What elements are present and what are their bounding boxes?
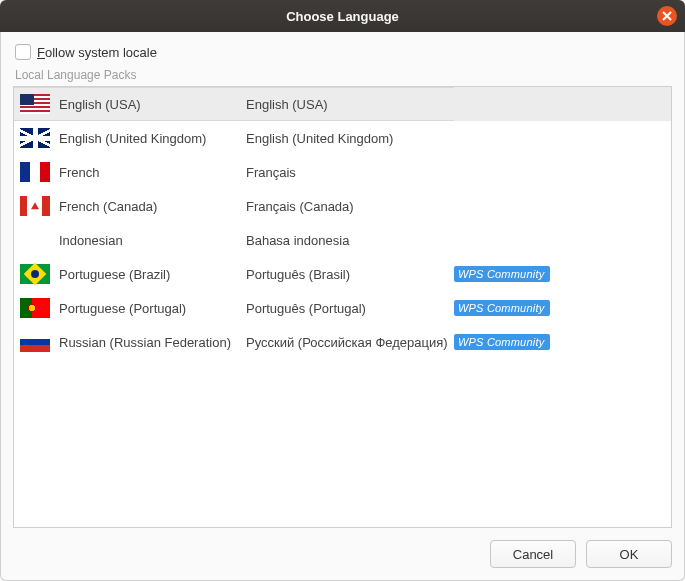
flag-icon: [20, 162, 50, 182]
language-native: English (United Kingdom): [246, 131, 393, 146]
language-native-cell: Français: [242, 155, 454, 189]
language-native: English (USA): [246, 97, 328, 112]
language-name-cell: English (USA): [14, 87, 242, 121]
language-native-cell: Português (Brasil): [242, 257, 454, 291]
cancel-button[interactable]: Cancel: [490, 540, 576, 568]
language-name: Portuguese (Portugal): [59, 301, 186, 316]
language-badge-cell: [454, 223, 671, 257]
titlebar: Choose Language: [0, 0, 685, 32]
language-badge-cell: [454, 189, 671, 223]
language-name-cell: Indonesian: [14, 223, 242, 257]
language-name-cell: Portuguese (Portugal): [14, 291, 242, 325]
section-title: Local Language Packs: [13, 68, 672, 86]
language-name-cell: Russian (Russian Federation): [14, 325, 242, 359]
flag-icon: [20, 298, 50, 318]
language-row[interactable]: French (Canada)Français (Canada): [14, 189, 671, 223]
window-title: Choose Language: [286, 9, 399, 24]
language-name-cell: French: [14, 155, 242, 189]
language-native: Русский (Российская Федерация): [246, 335, 448, 350]
follow-locale-checkbox[interactable]: [15, 44, 31, 60]
flag-icon: [20, 332, 50, 352]
footer: Cancel OK: [13, 528, 672, 568]
language-name-cell: French (Canada): [14, 189, 242, 223]
language-list: English (USA)English (USA)English (Unite…: [13, 86, 672, 528]
language-native-cell: Français (Canada): [242, 189, 454, 223]
language-native-cell: Português (Portugal): [242, 291, 454, 325]
community-badge: WPS Community: [454, 334, 550, 350]
follow-locale-row: Follow system locale: [13, 42, 672, 68]
language-badge-cell: WPS Community: [454, 291, 671, 325]
language-badge-cell: WPS Community: [454, 257, 671, 291]
window-body: Follow system locale Local Language Pack…: [0, 32, 685, 581]
language-native: Português (Portugal): [246, 301, 366, 316]
language-name: Indonesian: [59, 233, 123, 248]
community-badge: WPS Community: [454, 300, 550, 316]
flag-icon: [20, 196, 50, 216]
language-name: Portuguese (Brazil): [59, 267, 170, 282]
language-native-cell: Русский (Российская Федерация): [242, 325, 454, 359]
language-name-cell: English (United Kingdom): [14, 121, 242, 155]
language-row[interactable]: IndonesianBahasa indonesia: [14, 223, 671, 257]
close-button[interactable]: [657, 6, 677, 26]
flag-icon: [20, 94, 50, 114]
language-badge-cell: [454, 121, 671, 155]
language-row[interactable]: FrenchFrançais: [14, 155, 671, 189]
close-icon: [662, 11, 672, 21]
language-name-cell: Portuguese (Brazil): [14, 257, 242, 291]
flag-icon: [20, 128, 50, 148]
language-name: French: [59, 165, 99, 180]
language-native: Bahasa indonesia: [246, 233, 349, 248]
flag-icon: [20, 264, 50, 284]
language-name: English (USA): [59, 97, 141, 112]
language-name: English (United Kingdom): [59, 131, 206, 146]
language-badge-cell: [454, 87, 671, 121]
language-native-cell: English (USA): [242, 87, 454, 121]
follow-locale-label[interactable]: Follow system locale: [37, 45, 157, 60]
language-native-cell: Bahasa indonesia: [242, 223, 454, 257]
language-native: Français (Canada): [246, 199, 354, 214]
language-row[interactable]: Russian (Russian Federation)Русский (Рос…: [14, 325, 671, 359]
language-row[interactable]: Portuguese (Brazil)Português (Brasil)WPS…: [14, 257, 671, 291]
language-native-cell: English (United Kingdom): [242, 121, 454, 155]
language-native: Français: [246, 165, 296, 180]
language-badge-cell: WPS Community: [454, 325, 671, 359]
language-row[interactable]: English (United Kingdom)English (United …: [14, 121, 671, 155]
language-name: Russian (Russian Federation): [59, 335, 231, 350]
community-badge: WPS Community: [454, 266, 550, 282]
language-row[interactable]: Portuguese (Portugal)Português (Portugal…: [14, 291, 671, 325]
ok-button[interactable]: OK: [586, 540, 672, 568]
language-row[interactable]: English (USA)English (USA): [14, 87, 671, 121]
language-name: French (Canada): [59, 199, 157, 214]
language-native: Português (Brasil): [246, 267, 350, 282]
language-badge-cell: [454, 155, 671, 189]
